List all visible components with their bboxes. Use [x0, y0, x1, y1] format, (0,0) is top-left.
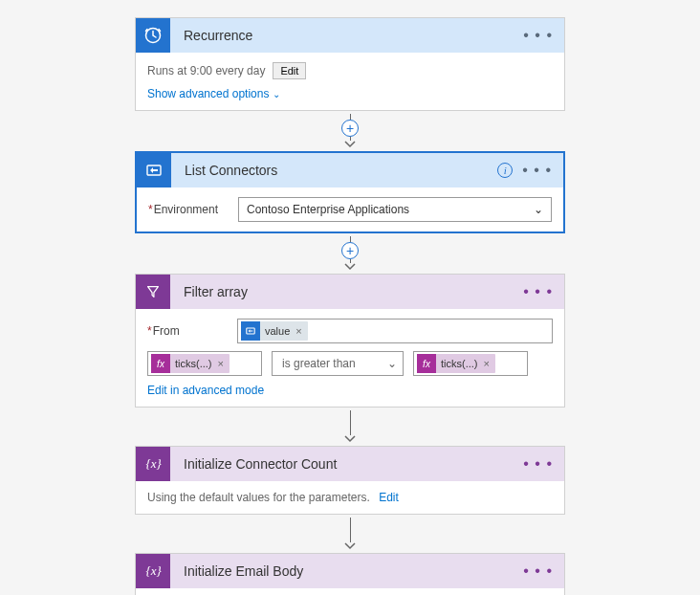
left-operand[interactable]: fx ticks(...) ×	[147, 351, 262, 376]
remove-token[interactable]: ×	[295, 325, 301, 337]
list-connectors-header[interactable]: List Connectors i • • •	[137, 153, 563, 187]
connector: +	[341, 114, 359, 148]
right-operand[interactable]: fx ticks(...) ×	[413, 351, 528, 376]
connector	[344, 410, 356, 443]
add-step-button[interactable]: +	[341, 242, 359, 259]
init-connector-count-menu[interactable]: • • •	[519, 453, 557, 474]
filter-array-body: From value × fx ticks(...) × is greater …	[136, 309, 564, 407]
edit-link[interactable]: Edit	[379, 491, 399, 504]
list-connectors-title: List Connectors	[171, 163, 497, 178]
advanced-options-link[interactable]: Show advanced options ⌄	[147, 87, 280, 100]
list-connectors-menu[interactable]: • • •	[518, 160, 556, 181]
info-icon[interactable]: i	[497, 163, 513, 178]
chevron-down-icon: ⌄	[273, 89, 280, 99]
init-email-body-menu[interactable]: • • •	[519, 561, 557, 582]
edit-button[interactable]: Edit	[273, 62, 306, 79]
init-email-body-header[interactable]: {x} Initialize Email Body • • •	[136, 554, 564, 588]
filter-array-menu[interactable]: • • •	[519, 281, 557, 302]
init-connector-count-body: Using the default values for the paramet…	[136, 481, 564, 514]
svg-text:{x}: {x}	[146, 564, 163, 578]
recurrence-header[interactable]: Recurrence • • •	[136, 18, 564, 53]
filter-condition-row: fx ticks(...) × is greater than ⌄ fx tic…	[147, 351, 553, 376]
from-input[interactable]: value ×	[237, 319, 553, 343]
arrow-down-icon	[344, 263, 356, 271]
variable-icon: {x}	[136, 447, 170, 481]
variable-icon: {x}	[136, 554, 170, 588]
filter-array-title: Filter array	[170, 284, 519, 299]
clock-icon	[136, 18, 170, 53]
arrow-down-icon	[344, 542, 356, 550]
from-label: From	[147, 324, 237, 338]
value-token[interactable]: value ×	[241, 321, 308, 341]
add-step-button[interactable]: +	[341, 120, 359, 137]
edit-advanced-mode-link[interactable]: Edit in advanced mode	[147, 384, 264, 397]
runs-text: Runs at 9:00 every day	[147, 64, 265, 77]
recurrence-menu[interactable]: • • •	[519, 25, 557, 46]
filter-array-card: Filter array • • • From value × fx ticks…	[135, 274, 565, 408]
expression-token[interactable]: fx ticks(...) ×	[417, 354, 495, 373]
connector: +	[341, 236, 359, 271]
helper-text: Using the default values for the paramet…	[147, 491, 370, 504]
init-email-body-card: {x} Initialize Email Body • • • Value Us…	[135, 553, 565, 595]
environment-select[interactable]: Contoso Enterprise Applications ⌄	[238, 197, 552, 222]
chevron-down-icon: ⌄	[387, 357, 397, 370]
arrow-down-icon	[344, 141, 356, 148]
recurrence-title: Recurrence	[170, 28, 519, 43]
init-email-body-body: Value Using the default values for the p…	[136, 588, 564, 595]
recurrence-card: Recurrence • • • Runs at 9:00 every day …	[135, 17, 565, 111]
environment-label: Environment	[148, 203, 238, 216]
flow-icon	[241, 321, 260, 341]
fx-icon: fx	[417, 354, 436, 373]
filter-array-header[interactable]: Filter array • • •	[136, 275, 564, 309]
svg-text:{x}: {x}	[146, 457, 163, 471]
flow-icon	[137, 153, 171, 187]
remove-token[interactable]: ×	[218, 358, 224, 369]
expression-token[interactable]: fx ticks(...) ×	[151, 354, 230, 373]
operator-select[interactable]: is greater than ⌄	[272, 351, 404, 376]
remove-token[interactable]: ×	[484, 358, 490, 369]
connector	[344, 518, 356, 550]
init-connector-count-card: {x} Initialize Connector Count • • • Usi…	[135, 446, 565, 515]
recurrence-body: Runs at 9:00 every day Edit Show advance…	[136, 53, 564, 110]
list-connectors-body: Environment Contoso Enterprise Applicati…	[137, 187, 563, 231]
fx-icon: fx	[151, 354, 170, 373]
init-connector-count-header[interactable]: {x} Initialize Connector Count • • •	[136, 447, 564, 481]
init-email-body-title: Initialize Email Body	[170, 563, 519, 579]
arrow-down-icon	[344, 435, 356, 443]
list-connectors-card: List Connectors i • • • Environment Cont…	[135, 151, 565, 233]
chevron-down-icon: ⌄	[534, 203, 543, 216]
init-connector-count-title: Initialize Connector Count	[170, 456, 519, 472]
filter-icon	[136, 275, 170, 309]
